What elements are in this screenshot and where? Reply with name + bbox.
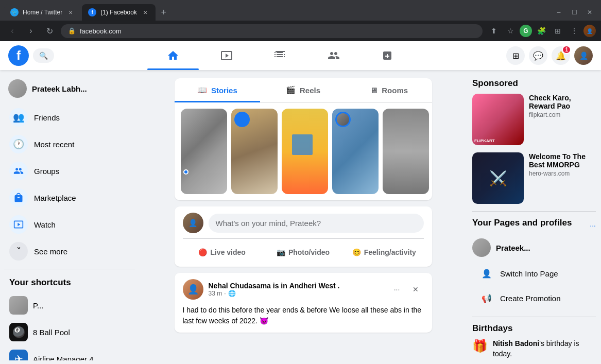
sidebar-item-see-more[interactable]: ˅ See more xyxy=(4,238,135,265)
ad2-image-content: ⚔️ xyxy=(472,152,524,204)
facebook-app: f 🔍 ⊞ 💬 🔔 1 xyxy=(0,41,601,360)
url-text: facebook.com xyxy=(80,27,475,35)
chrome-extension-g[interactable]: G xyxy=(520,25,532,37)
nav-right: ⊞ 💬 🔔 1 👤 xyxy=(506,46,593,65)
story-card-1[interactable] xyxy=(181,109,227,194)
tab-twitter[interactable]: 🐦 Home / Twitter ✕ xyxy=(4,4,81,21)
sidebar-item-watch[interactable]: Watch xyxy=(4,211,135,238)
post-author-info: Nehal Chudasama is in Andheri West . 33 … xyxy=(209,282,340,297)
nav-video[interactable] xyxy=(201,43,252,68)
nav-gaming[interactable] xyxy=(362,43,413,68)
watch-icon xyxy=(9,215,28,234)
notification-badge: 1 xyxy=(562,45,571,54)
live-video-icon: 🔴 xyxy=(198,248,207,256)
search-bar[interactable]: 🔍 xyxy=(33,48,54,63)
tab-facebook[interactable]: f (1) Facebook ✕ xyxy=(82,4,156,21)
notifications-button[interactable]: 🔔 1 xyxy=(552,46,570,65)
sidebar-profile-avatar xyxy=(8,79,27,98)
composer-input[interactable]: What's on your mind, Prateek? xyxy=(209,214,424,233)
pages-header: Your Pages and profiles ··· xyxy=(472,218,596,233)
shortcut-page1[interactable]: P... xyxy=(4,292,135,319)
story-card-2[interactable] xyxy=(231,109,278,194)
sidebar-item-most-recent[interactable]: 🕐 Most recent xyxy=(4,131,135,158)
ad2-url: hero-wars.com xyxy=(529,170,596,177)
shortcut-icon-airline: ✈ xyxy=(9,350,28,360)
sidebar-profile-link[interactable]: Prateek Labh... xyxy=(4,75,135,102)
sidebar-item-groups[interactable]: Groups xyxy=(4,158,135,184)
marketplace-icon xyxy=(9,188,28,207)
birthday-text: Nitish Badoni's birthday is today. xyxy=(493,339,596,359)
tab-facebook-title: (1) Facebook xyxy=(100,9,137,16)
window-maximize[interactable]: ☐ xyxy=(567,5,581,20)
post-privacy-icon: 🌐 xyxy=(228,290,236,297)
page-avatar xyxy=(472,238,491,257)
sidebar: Prateek Labh... 👥 Friends 🕐 Most recent … xyxy=(0,70,139,360)
sponsored-ad-1[interactable]: FLIPKART Check Karo, Reward Pao flipkart… xyxy=(472,94,596,145)
share-icon[interactable]: ⬆ xyxy=(487,24,501,38)
extensions-icon[interactable]: 🧩 xyxy=(534,24,548,38)
forward-button[interactable]: › xyxy=(24,24,38,38)
photo-video-icon: 📷 xyxy=(277,248,285,256)
feeling-activity-button[interactable]: 😊 Feeling/activity xyxy=(345,244,423,261)
post-more-button[interactable]: ··· xyxy=(389,281,405,298)
post-content: I had to do this before the year ends & … xyxy=(183,305,424,326)
content-tab-nav: 📖 Stories 🎬 Reels 🖥 Rooms xyxy=(175,78,432,102)
post-location: Andheri West xyxy=(289,282,336,290)
shortcut-label-page1: P... xyxy=(33,301,44,310)
post-composer: 👤 What's on your mind, Prateek? 🔴 Live v… xyxy=(175,206,432,267)
tab-facebook-favicon: f xyxy=(88,8,96,16)
ad1-image: FLIPKART xyxy=(472,94,524,145)
feeling-icon: 😊 xyxy=(352,248,361,256)
live-video-button[interactable]: 🔴 Live video xyxy=(183,244,262,261)
reload-button[interactable]: ↻ xyxy=(42,24,57,38)
sidebar-label-see-more: See more xyxy=(34,247,67,256)
nav-groups[interactable] xyxy=(308,43,359,68)
window-close[interactable]: ✕ xyxy=(582,5,597,20)
post-close-button[interactable]: ✕ xyxy=(407,281,424,298)
window-minimize[interactable]: – xyxy=(552,5,566,20)
tab-rooms[interactable]: 🖥 Rooms xyxy=(346,78,432,102)
switch-page-button[interactable]: 👤 Switch Into Page xyxy=(472,261,596,286)
shortcut-8ball[interactable]: 🎱 8 Ball Pool xyxy=(4,319,135,345)
create-promotion-button[interactable]: 📢 Create Promotion xyxy=(472,286,596,310)
nav-center xyxy=(54,43,506,68)
story-card-5[interactable] xyxy=(383,109,429,194)
facebook-logo[interactable]: f xyxy=(8,45,29,66)
sponsored-title: Sponsored xyxy=(472,78,596,89)
post-header-right: ··· ✕ xyxy=(389,281,424,298)
story-card-4[interactable] xyxy=(332,109,379,194)
post-header: 👤 Nehal Chudasama is in Andheri West . 3… xyxy=(183,279,424,300)
nav-home[interactable] xyxy=(147,43,199,68)
story-card-3[interactable] xyxy=(282,109,328,194)
sidebar-item-marketplace[interactable]: Marketplace xyxy=(4,184,135,211)
star-icon[interactable]: ☆ xyxy=(503,24,518,38)
new-tab-button[interactable]: + xyxy=(157,5,171,20)
tab-reels[interactable]: 🎬 Reels xyxy=(260,78,346,102)
sidebar-label-friends: Friends xyxy=(34,113,60,122)
tab-stories[interactable]: 📖 Stories xyxy=(175,78,261,102)
composer-avatar: 👤 xyxy=(183,213,203,233)
nav-marketplace[interactable] xyxy=(254,43,306,68)
tab-twitter-favicon: 🐦 xyxy=(10,8,19,16)
browser-profile-avatar[interactable]: 👤 xyxy=(583,25,596,37)
puzzle-icon[interactable]: ⊞ xyxy=(551,24,565,38)
post-author-avatar[interactable]: 👤 xyxy=(183,279,203,300)
ad2-info: Welcome To The Best MMORPG hero-wars.com xyxy=(529,152,596,204)
tab-twitter-close[interactable]: ✕ xyxy=(66,8,75,16)
sidebar-divider xyxy=(4,269,135,269)
tab-facebook-close[interactable]: ✕ xyxy=(141,8,149,16)
shortcut-airline[interactable]: ✈ Airline Manager 4 xyxy=(4,345,135,360)
back-button[interactable]: ‹ xyxy=(5,24,20,38)
shortcut-label-airline: Airline Manager 4 xyxy=(33,355,94,361)
switch-page-icon: 👤 xyxy=(477,264,496,283)
url-bar[interactable]: 🔒 facebook.com xyxy=(61,24,483,38)
sidebar-item-friends[interactable]: 👥 Friends xyxy=(4,104,135,131)
pages-more-button[interactable]: ··· xyxy=(590,221,596,230)
browser-menu[interactable]: ⋮ xyxy=(567,24,581,38)
feed: 📖 Stories 🎬 Reels 🖥 Rooms xyxy=(139,70,467,360)
messenger-button[interactable]: 💬 xyxy=(529,46,547,65)
apps-grid-button[interactable]: ⊞ xyxy=(506,46,525,65)
photo-video-button[interactable]: 📷 Photo/video xyxy=(264,244,342,261)
profile-avatar-nav[interactable]: 👤 xyxy=(574,46,593,65)
sponsored-ad-2[interactable]: ⚔️ Welcome To The Best MMORPG hero-wars.… xyxy=(472,152,596,204)
